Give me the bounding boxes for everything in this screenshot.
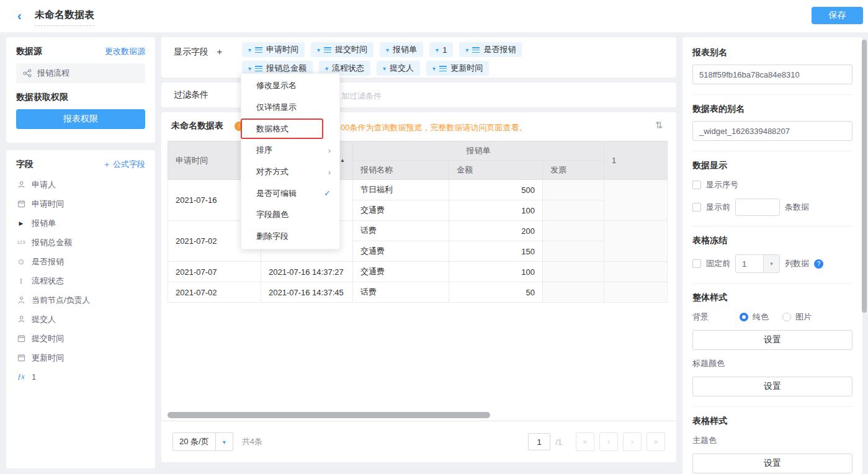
- chevron-down-icon[interactable]: ▾: [383, 65, 386, 72]
- datasource-card: 数据源 更改数据源 报销流程 数据获取权限 报表权限: [6, 37, 155, 143]
- radio-unchecked-icon[interactable]: [782, 313, 791, 321]
- field-item[interactable]: ▶ 报销单: [16, 213, 145, 233]
- menu-item-align[interactable]: 对齐方式›: [241, 161, 339, 183]
- chevron-down-icon[interactable]: ▾: [432, 65, 436, 72]
- field-item[interactable]: 申请人: [16, 175, 145, 194]
- menu-item-sort[interactable]: 排序›: [241, 140, 339, 161]
- menu-item-data-format[interactable]: 数据格式: [241, 118, 339, 140]
- change-datasource-link[interactable]: 更改数据源: [105, 46, 145, 57]
- table-row[interactable]: 2021-07-07 2021-07-16 14:37:27 交通费 100: [168, 262, 668, 282]
- menu-item-rename[interactable]: 修改显示名: [241, 75, 339, 97]
- table-alias-input[interactable]: [692, 121, 852, 141]
- col-header-last[interactable]: 1: [604, 141, 668, 180]
- menu-item-delete-field[interactable]: 删除字段: [241, 226, 339, 248]
- show-index-checkbox[interactable]: [692, 181, 701, 189]
- bg-image-option[interactable]: 图片: [782, 311, 812, 323]
- sort-lines-icon: [472, 47, 480, 53]
- add-display-field-button[interactable]: ＋: [215, 46, 224, 58]
- title-color-label: 标题颜色: [692, 358, 852, 369]
- col-header-group[interactable]: 报销单: [353, 141, 604, 161]
- field-chip[interactable]: ▾ 1: [429, 42, 453, 57]
- chevron-down-icon[interactable]: ▾: [465, 47, 468, 53]
- save-button[interactable]: 保存: [812, 7, 863, 24]
- datasource-title: 数据源: [16, 46, 42, 57]
- chevron-down-icon[interactable]: ▾: [248, 47, 251, 53]
- permission-title: 数据获取权限: [16, 92, 145, 103]
- divider: [692, 94, 852, 95]
- field-item[interactable]: ⊙ 是否报销: [16, 252, 145, 271]
- first-page-button[interactable]: «: [576, 432, 594, 451]
- chevron-down-icon: ▾: [763, 255, 779, 272]
- theme-color-set-button[interactable]: 设置: [692, 454, 852, 473]
- page-size-select[interactable]: 20 条/页 ▾: [172, 432, 233, 451]
- field-chip[interactable]: ▾ 申请时间: [242, 42, 305, 57]
- help-icon[interactable]: ?: [814, 259, 823, 269]
- field-chip[interactable]: ▾ 更新时间: [426, 61, 489, 76]
- vertical-scrollbar[interactable]: [862, 40, 867, 313]
- chevron-down-icon: ▾: [215, 433, 233, 450]
- last-page-button[interactable]: »: [647, 432, 665, 451]
- datasource-item[interactable]: 报销流程: [16, 63, 145, 83]
- radio-checked-icon[interactable]: [740, 313, 748, 321]
- show-first-suffix: 条数据: [785, 202, 809, 213]
- field-item[interactable]: ƒx 1: [16, 367, 145, 387]
- field-item[interactable]: 提交人: [16, 310, 145, 329]
- show-first-count-input[interactable]: [735, 199, 780, 216]
- menu-item-detail-only[interactable]: 仅详情显示: [241, 97, 339, 118]
- col-header-invoice[interactable]: 发票: [543, 161, 604, 180]
- bg-solid-option[interactable]: 纯色: [740, 311, 769, 323]
- topbar: ‹ 未命名数据表 保存: [0, 0, 868, 32]
- col-header-amount[interactable]: 金额: [449, 161, 543, 180]
- add-filter-link[interactable]: 加过滤条件: [341, 91, 382, 102]
- chevron-down-icon[interactable]: ▾: [436, 47, 439, 53]
- sort-toggle-icon[interactable]: ⇅: [655, 120, 663, 131]
- background-set-button[interactable]: 设置: [692, 330, 852, 350]
- menu-item-field-color[interactable]: 字段颜色: [241, 204, 339, 226]
- horizontal-scrollbar[interactable]: [168, 412, 490, 418]
- add-formula-field-link[interactable]: ＋ 公式字段: [102, 159, 145, 170]
- report-permission-button[interactable]: 报表权限: [16, 109, 145, 129]
- col-header-name[interactable]: 报销名称: [353, 161, 449, 180]
- page-number-input[interactable]: [528, 433, 550, 450]
- title-color-set-button[interactable]: 设置: [692, 377, 852, 396]
- chevron-down-icon[interactable]: ▾: [248, 65, 251, 72]
- overall-style-title: 整体样式: [692, 292, 852, 303]
- freeze-prefix-label: 固定前: [706, 258, 730, 269]
- field-item[interactable]: 提交时间: [16, 329, 145, 348]
- next-page-button[interactable]: ›: [623, 432, 642, 451]
- field-chip[interactable]: ▾ 提交人: [377, 61, 420, 76]
- prev-page-button[interactable]: ‹: [599, 432, 618, 451]
- datasource-name: 报销流程: [37, 68, 69, 79]
- check-icon: ✓: [324, 189, 331, 198]
- field-item[interactable]: 更新时间: [16, 348, 145, 367]
- app-window: ‹ 未命名数据表 保存 数据源 更改数据源 报销流程 数据获取权限 报表权限 字…: [0, 0, 868, 474]
- back-icon[interactable]: ‹: [17, 8, 22, 23]
- chevron-down-icon[interactable]: ▾: [325, 65, 328, 72]
- field-chip[interactable]: ▾ 报销单: [380, 42, 423, 57]
- field-item[interactable]: 123 报销总金额: [16, 233, 145, 252]
- sort-lines-icon: [324, 47, 331, 53]
- background-label: 背景: [692, 311, 709, 323]
- page-title[interactable]: 未命名数据表: [35, 9, 94, 26]
- freeze-count-select[interactable]: 1 ▾: [735, 254, 780, 273]
- chevron-down-icon[interactable]: ▾: [317, 47, 320, 53]
- freeze-checkbox[interactable]: [692, 259, 701, 268]
- user-icon: [16, 181, 26, 189]
- fields-title: 字段: [16, 159, 34, 170]
- field-chip[interactable]: ▾ 提交时间: [311, 42, 374, 57]
- show-first-checkbox[interactable]: [692, 203, 701, 212]
- chevron-down-icon[interactable]: ▾: [386, 47, 389, 53]
- divider: [692, 151, 852, 151]
- field-item[interactable]: 申请时间: [16, 194, 145, 213]
- formula-icon: ƒx: [16, 372, 26, 382]
- menu-item-editable[interactable]: 是否可编辑✓: [241, 182, 339, 204]
- submenu-arrow-icon: ›: [328, 168, 331, 177]
- field-item[interactable]: 当前节点/负责人: [16, 290, 145, 310]
- sort-lines-icon: [255, 66, 262, 71]
- field-chip[interactable]: ▾ 是否报销: [459, 42, 522, 57]
- table-row[interactable]: 2021-07-02 2021-07-16 14:37:45 话费 50: [168, 282, 668, 303]
- field-item[interactable]: I 流程状态: [16, 271, 145, 290]
- user-icon: [16, 315, 26, 323]
- number-icon: 123: [16, 239, 26, 245]
- report-alias-input[interactable]: [692, 65, 852, 84]
